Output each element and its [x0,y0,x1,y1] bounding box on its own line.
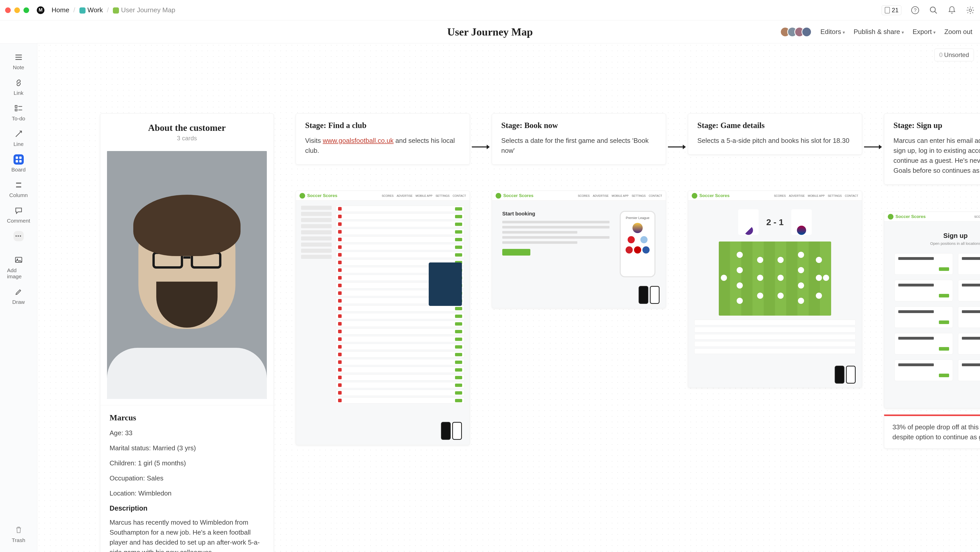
breadcrumb-work[interactable]: Work [88,6,103,14]
tool-todo-label: To-do [12,115,25,122]
tool-link[interactable]: Link [7,74,30,100]
card-count-badge[interactable]: 21 [882,5,901,15]
screenshot-game-details[interactable]: Soccer ScoresSCORESADVERTISEMOBILE APPSE… [688,191,862,388]
editors-dropdown[interactable]: Editors▾ [821,28,845,36]
about-customer-card[interactable]: About the customer 3 cards Marcus Age: 3… [100,113,274,552]
stage-description: Selects a date for the first game and se… [501,136,657,156]
screenshot-sign-up[interactable]: Soccer ScoresSCORESMOBILE APPSETTINGS Si… [884,212,980,408]
nav-item: MOBILE APP [612,194,628,197]
site-logo-icon [888,214,893,220]
avatar[interactable] [802,27,812,37]
unsorted-count: 0 [939,51,942,58]
dropoff-note-card[interactable]: 33% of people drop off at this stage, de… [884,415,980,448]
chevron-down-icon: ▾ [843,30,845,35]
brand-icon[interactable]: M [37,6,45,14]
tool-board[interactable]: Board [7,151,30,176]
unsorted-label: Unsorted [944,51,969,58]
editor-avatars[interactable] [780,27,812,37]
league-logo-icon [633,223,643,233]
site-logo-icon [496,193,501,199]
publish-dropdown[interactable]: Publish & share▾ [854,28,904,36]
export-dropdown[interactable]: Export▾ [913,28,935,36]
team-badge [791,209,812,235]
stage-game-details-card[interactable]: Stage: Game details Selects a 5-a-side p… [688,113,862,155]
breadcrumb-separator: / [73,6,75,14]
minimize-window-icon[interactable] [14,7,20,13]
phone-mockups [441,422,462,440]
stage-find-club-card[interactable]: Stage: Find a club Visits www.goalsfootb… [296,113,470,164]
phone-mockups [835,366,856,384]
pitch-diagram [719,241,831,316]
club-icon [643,246,649,254]
site-logo-icon [299,193,305,199]
about-subtitle: 3 cards [100,135,274,142]
tool-note-label: Note [13,64,24,70]
stage-sign-up-card[interactable]: Stage: Sign up Marcus can enter his emai… [884,113,980,185]
tool-column[interactable]: Column [7,176,30,202]
tool-comment-label: Comment [7,218,30,224]
tool-add-image[interactable]: Add image [7,252,30,283]
tool-note[interactable]: Note [7,49,30,74]
stage-book-now-card[interactable]: Stage: Book now Selects a date for the f… [492,113,666,164]
score-text: 2 - 1 [766,217,784,227]
svg-marker-24 [487,145,490,149]
site-brand: Soccer Scores [896,214,926,219]
board-canvas[interactable]: 0Unsorted About the customer 3 cards Mar… [37,43,980,552]
main-area: Note Link To-do Line Board Column Commen… [0,43,980,552]
site-brand: Soccer Scores [699,193,730,198]
tool-more[interactable]: ••• [7,227,30,245]
signup-subtitle: Open positions in all locations [894,241,980,246]
persona-children: Children: 1 girl (5 months) [110,459,264,467]
close-window-icon[interactable] [5,7,11,13]
tool-line[interactable]: Line [7,125,30,151]
tool-todo[interactable]: To-do [7,100,30,125]
tool-sidebar: Note Link To-do Line Board Column Commen… [0,43,37,552]
notification-icon[interactable] [947,6,956,15]
breadcrumb-current: User Journey Map [121,6,175,14]
job-card [894,280,953,301]
nav-item: SETTINGS [828,194,842,197]
screenshot-find-club[interactable]: Soccer ScoresSCORESADVERTISEMOBILE APPSE… [296,191,470,445]
nav-item: SCORES [382,194,393,197]
svg-line-4 [935,11,937,14]
job-grid [894,253,980,381]
svg-rect-17 [16,160,18,162]
job-card [894,360,953,381]
job-card [894,253,953,275]
folder-icon [80,7,86,14]
nav-item: CONTACT [649,194,662,197]
page-header: User Journey Map Editors▾ Publish & shar… [0,21,980,43]
site-logo-icon [692,193,697,199]
nav-item: SCORES [774,194,786,197]
promo-card [429,262,462,306]
stage-title: Stage: Find a club [305,121,460,130]
tool-line-label: Line [14,141,24,147]
folder-icon [113,7,119,14]
nav-item: ADVERTISE [593,194,608,197]
tool-draw[interactable]: Draw [7,283,30,309]
tool-trash-label: Trash [12,537,25,543]
maximize-window-icon[interactable] [24,7,29,13]
card-count-value: 21 [892,6,899,14]
search-icon[interactable] [929,6,938,15]
tool-comment[interactable]: Comment [7,202,30,227]
league-label: Premier League [626,216,649,220]
help-icon[interactable]: ? [910,6,920,15]
breadcrumb-home[interactable]: Home [52,6,69,14]
persona-description-heading: Description [110,504,264,512]
nav-item: SCORES [578,194,590,197]
unsorted-badge[interactable]: 0Unsorted [934,49,974,61]
svg-rect-0 [885,7,889,13]
window-controls [5,7,29,13]
svg-text:?: ? [913,7,916,13]
zoom-out-button[interactable]: Zoom out [944,28,972,36]
job-card [958,306,980,328]
tool-trash[interactable]: Trash [7,521,30,547]
persona-age: Age: 33 [110,429,264,437]
persona-info-card[interactable]: Marcus Age: 33 Marital status: Married (… [100,405,274,552]
stage-description: Selects a 5-a-side pitch and books his s… [697,136,853,146]
job-card [958,333,980,354]
screenshot-book-now[interactable]: Soccer ScoresSCORESADVERTISEMOBILE APPSE… [492,191,666,308]
settings-icon[interactable] [966,6,975,15]
stage-link[interactable]: www.goalsfootball.co.uk [323,137,393,144]
